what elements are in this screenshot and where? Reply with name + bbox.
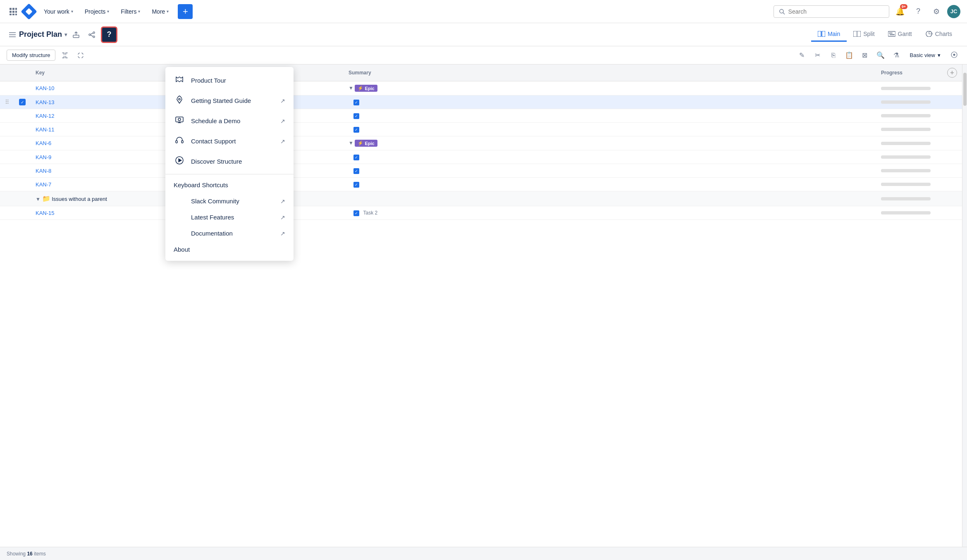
menu-item-getting-started[interactable]: Getting Started Guide ↗ [165, 91, 294, 111]
svg-rect-33 [176, 141, 177, 143]
menu-item-keyboard-shortcuts[interactable]: Keyboard Shortcuts [165, 177, 294, 193]
play-icon [174, 156, 185, 167]
svg-point-32 [178, 118, 181, 121]
menu-item-contact-support[interactable]: Contact Support ↗ [165, 131, 294, 151]
menu-divider [165, 174, 294, 174]
external-link-icon: ↗ [280, 214, 285, 221]
demo-icon [174, 115, 185, 126]
product-tour-icon [174, 75, 185, 86]
menu-item-slack-community[interactable]: Slack Community ↗ [165, 193, 294, 209]
rocket-icon [174, 95, 185, 106]
external-link-icon: ↗ [280, 98, 285, 104]
menu-item-schedule-demo[interactable]: Schedule a Demo ↗ [165, 111, 294, 131]
dropdown-overlay[interactable] [0, 0, 967, 560]
svg-rect-29 [176, 117, 183, 122]
external-link-icon: ↗ [280, 118, 285, 124]
menu-item-about[interactable]: About [165, 241, 294, 257]
menu-item-latest-features[interactable]: Latest Features ↗ [165, 209, 294, 225]
svg-point-28 [179, 98, 180, 100]
help-dropdown-menu: Product Tour Getting Started Guide ↗ Sch… [165, 67, 294, 261]
headphones-icon [174, 136, 185, 147]
menu-item-documentation[interactable]: Documentation ↗ [165, 225, 294, 241]
menu-item-discover-structure[interactable]: Discover Structure [165, 151, 294, 172]
svg-marker-36 [179, 159, 181, 162]
svg-rect-34 [181, 141, 183, 143]
external-link-icon: ↗ [280, 230, 285, 237]
menu-item-product-tour[interactable]: Product Tour [165, 70, 294, 91]
external-link-icon: ↗ [280, 198, 285, 205]
external-link-icon: ↗ [280, 138, 285, 145]
